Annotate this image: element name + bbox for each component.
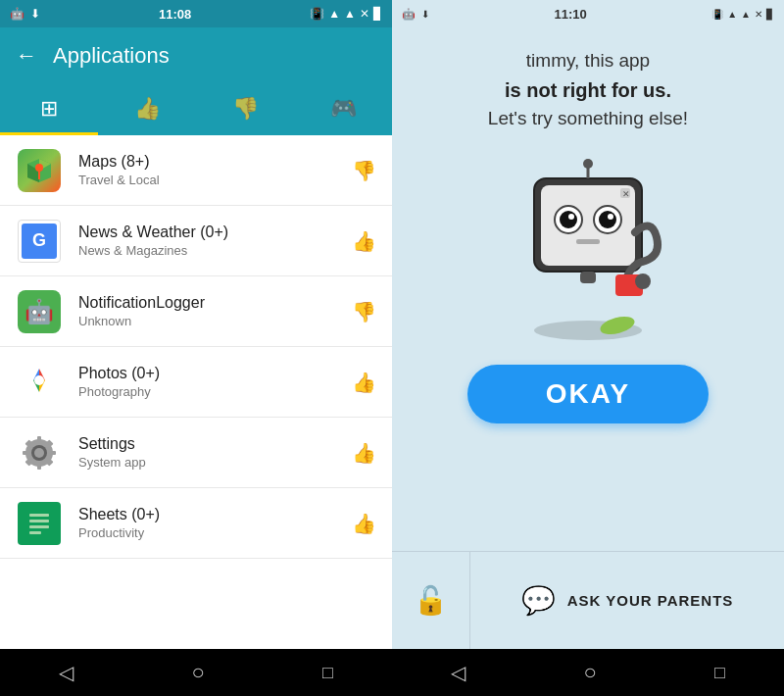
news-app-info: News & Weather (0+) News & Magazines — [78, 224, 352, 258]
home-nav-left[interactable]: ○ — [191, 660, 204, 685]
svg-rect-18 — [29, 520, 49, 522]
dialog-line1: timmy, this app — [526, 50, 650, 71]
photos-thumb-button[interactable]: 👍 — [352, 371, 376, 394]
back-button[interactable]: ← — [16, 43, 37, 69]
ask-parents-section[interactable]: 💬 ASK YOUR PARENTS — [470, 552, 784, 649]
bottom-bar-right: 🔓 💬 ASK YOUR PARENTS — [392, 551, 784, 649]
sheets-thumb-button[interactable]: 👍 — [352, 512, 376, 535]
svg-text:✕: ✕ — [622, 189, 630, 199]
svg-rect-9 — [37, 464, 41, 470]
bottom-nav-right: ◁ ○ □ — [392, 649, 784, 696]
app-item-news[interactable]: G News & Weather (0+) News & Magazines 👍 — [0, 206, 392, 276]
maps-app-name: Maps (8+) — [78, 153, 352, 171]
sheets-app-name: Sheets (0+) — [78, 506, 352, 523]
nosim-icon-right: ✕ — [755, 9, 762, 20]
news-app-category: News & Magazines — [78, 243, 352, 258]
news-app-name: News & Weather (0+) — [78, 224, 352, 241]
chat-bubble-icon: 💬 — [521, 584, 556, 617]
status-right-icons-left: 📳 ▲ ▲ ✕ ▊ — [310, 7, 382, 21]
tab-approved[interactable]: 👍 — [98, 84, 196, 132]
status-right-right-icons: 📳 ▲ ▲ ✕ ▊ — [711, 9, 774, 20]
bottom-nav-left: ◁ ○ □ — [0, 649, 392, 696]
thumbup-tab-icon: 👍 — [134, 96, 161, 122]
notification-app-category: Unknown — [78, 314, 352, 328]
settings-icon-wrap — [16, 429, 63, 476]
time-left: 11:08 — [159, 7, 191, 22]
settings-app-name: Settings — [78, 435, 352, 453]
maps-app-icon — [18, 149, 61, 192]
maps-app-category: Travel & Local — [78, 173, 352, 187]
settings-app-icon — [18, 431, 61, 474]
ask-parents-label: ASK YOUR PARENTS — [567, 592, 734, 609]
svg-point-38 — [583, 159, 593, 169]
notification-icon-right: ⬇ — [421, 9, 429, 20]
back-nav-left[interactable]: ◁ — [59, 661, 74, 684]
app-item-maps[interactable]: Maps (8+) Travel & Local 👎 — [0, 135, 392, 206]
sheets-app-category: Productivity — [78, 525, 352, 540]
settings-thumb-button[interactable]: 👍 — [352, 441, 376, 465]
dialog-content: timmy, this app is not right for us. Let… — [392, 27, 784, 551]
tab-all-apps[interactable]: ⊞ — [0, 84, 98, 132]
signal-icon-left: ▲ — [328, 7, 340, 21]
svg-point-28 — [568, 214, 574, 220]
svg-point-27 — [560, 211, 577, 228]
app-item-notification[interactable]: 🤖 NotificationLogger Unknown 👎 — [0, 276, 392, 347]
settings-app-category: System app — [78, 455, 352, 470]
okay-button[interactable]: OKAY — [467, 365, 709, 423]
maps-thumb-button[interactable]: 👎 — [352, 159, 376, 182]
maps-app-info: Maps (8+) Travel & Local — [78, 153, 352, 187]
wifi-icon-right: ▲ — [741, 9, 751, 20]
settings-app-info: Settings System app — [78, 435, 352, 470]
dialog-line3: Let's try something else! — [488, 108, 688, 128]
news-icon-wrap: G — [16, 218, 63, 265]
recent-nav-right[interactable]: □ — [714, 663, 725, 683]
android-icon-right: 🤖 — [402, 8, 416, 21]
svg-rect-16 — [24, 506, 54, 541]
notification-app-icon: 🤖 — [18, 290, 61, 333]
lock-section[interactable]: 🔓 — [392, 552, 470, 649]
app-list: Maps (8+) Travel & Local 👎 G News & Weat… — [0, 135, 392, 649]
sheets-app-icon — [18, 502, 61, 545]
vibrate-icon: 📳 — [310, 7, 324, 21]
svg-point-35 — [635, 273, 651, 289]
app-item-settings[interactable]: Settings System app 👍 — [0, 418, 392, 488]
tab-games[interactable]: 🎮 — [294, 84, 392, 132]
battery-icon-left: ▊ — [373, 7, 382, 21]
vibrate-icon-right: 📳 — [711, 9, 723, 20]
home-nav-right[interactable]: ○ — [583, 660, 596, 685]
svg-rect-19 — [29, 525, 49, 528]
android-icon: 🤖 — [10, 7, 24, 21]
notification-icon-wrap: 🤖 — [16, 288, 63, 335]
wifi-icon-left: ▲ — [344, 7, 356, 21]
tab-blocked[interactable]: 👎 — [196, 84, 294, 132]
time-right: 11:10 — [554, 7, 586, 22]
left-panel: 🤖 ⬇ 11:08 📳 ▲ ▲ ✕ ▊ ← Applications ⊞ 👍 👎… — [0, 0, 392, 696]
photos-app-category: Photography — [78, 384, 352, 399]
svg-point-4 — [34, 375, 44, 385]
page-title: Applications — [53, 43, 170, 69]
status-bar-left: 🤖 ⬇ 11:08 📳 ▲ ▲ ✕ ▊ — [0, 0, 392, 27]
recent-nav-left[interactable]: □ — [322, 663, 333, 683]
status-bar-right: 🤖 ⬇ 11:10 📳 ▲ ▲ ✕ ▊ — [392, 0, 784, 27]
right-panel: 🤖 ⬇ 11:10 📳 ▲ ▲ ✕ ▊ timmy, this app is n… — [392, 0, 784, 696]
news-thumb-button[interactable]: 👍 — [352, 229, 376, 253]
svg-point-31 — [608, 214, 613, 220]
photos-app-icon — [18, 361, 61, 404]
sheets-icon-wrap — [16, 500, 63, 547]
svg-rect-33 — [580, 272, 596, 283]
robot-illustration: ✕ — [490, 149, 686, 345]
gamepad-tab-icon: 🎮 — [330, 96, 357, 122]
notification-thumb-button[interactable]: 👎 — [352, 300, 376, 323]
thumbdown-tab-icon: 👎 — [232, 96, 259, 122]
app-item-sheets[interactable]: Sheets (0+) Productivity 👍 — [0, 488, 392, 559]
app-item-photos[interactable]: Photos (0+) Photography 👍 — [0, 347, 392, 418]
sheets-app-info: Sheets (0+) Productivity — [78, 506, 352, 540]
status-right-left-icons: 🤖 ⬇ — [402, 8, 429, 21]
photos-icon-wrap — [16, 359, 63, 406]
svg-rect-20 — [29, 531, 41, 534]
svg-rect-11 — [50, 451, 56, 455]
news-app-icon: G — [18, 220, 61, 263]
tabs-bar: ⊞ 👍 👎 🎮 — [0, 84, 392, 135]
back-nav-right[interactable]: ◁ — [451, 661, 466, 684]
svg-point-7 — [34, 448, 44, 458]
